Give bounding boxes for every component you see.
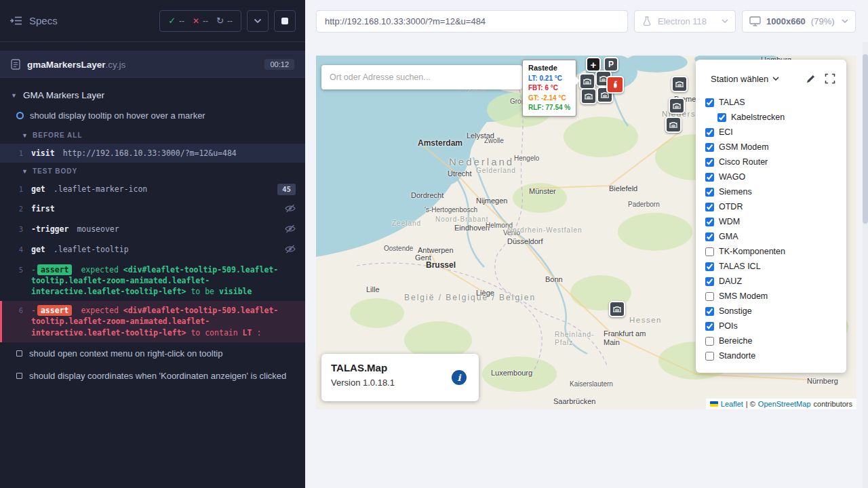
url-input[interactable] (316, 10, 628, 33)
station-checkbox[interactable] (705, 98, 714, 107)
map-label: Nederland (449, 156, 514, 167)
command-trigger[interactable]: 3 -trigger mouseover (0, 220, 305, 240)
station-filter-item[interactable]: GMA (705, 229, 846, 244)
leaflet-map[interactable]: Amsterdam Lelystad Nederland Utrecht Gel… (316, 56, 856, 409)
test-body-header[interactable]: ▼ TEST BODY (0, 163, 305, 180)
station-filter-item[interactable]: OTDR (705, 199, 846, 214)
test-title: should display tooltip on hover over a m… (30, 110, 205, 121)
station-panel-title[interactable]: Station wählen (711, 74, 768, 84)
browser-select[interactable]: Electron 118 (634, 10, 736, 33)
station-filter-item[interactable]: TALAS ICL (705, 259, 846, 274)
station-marker[interactable] (580, 88, 597, 104)
scrollbar[interactable] (863, 42, 868, 488)
command-get-tooltip[interactable]: 4 get .leaflet-tooltip (0, 240, 305, 260)
plus-marker[interactable]: + (586, 57, 601, 72)
station-filter-item[interactable]: SMS Modem (705, 289, 846, 304)
station-checkbox[interactable] (705, 158, 714, 167)
chevron-down-icon[interactable] (772, 77, 779, 81)
station-filter-item[interactable]: Bereiche (705, 333, 846, 348)
station-checkbox[interactable] (705, 352, 714, 361)
station-checkbox[interactable] (705, 218, 714, 226)
specs-menu-icon[interactable] (9, 16, 22, 26)
test-tree: ▼ GMA Markers Layer should display toolt… (0, 78, 305, 387)
tooltip-title: Rastede (528, 63, 570, 74)
map-label: Münster (529, 187, 556, 195)
station-checkbox[interactable] (705, 203, 714, 211)
browser-label: Electron 118 (658, 16, 707, 26)
edit-pencil-icon[interactable] (806, 73, 816, 84)
station-checkbox[interactable] (705, 262, 714, 271)
command-args: mouseover (77, 224, 119, 235)
map-label: Lille (366, 285, 380, 293)
map-search-input[interactable] (321, 65, 522, 89)
command-visit[interactable]: 1 visit http://192.168.10.33:3000/?m=12&… (0, 144, 305, 163)
eye-slash-icon (285, 203, 296, 216)
station-marker[interactable] (665, 117, 682, 133)
assert-failed-row[interactable]: 6 -assert expected <div#leaflet-tooltip-… (0, 301, 305, 342)
station-filter-item[interactable]: Kabelstrecken (705, 110, 846, 125)
scrollbar-thumb[interactable] (863, 54, 868, 224)
viewport-zoom: (79%) (811, 16, 835, 26)
parking-marker[interactable]: P (604, 57, 618, 72)
station-filter-item[interactable]: TK-Komponenten (705, 244, 846, 259)
station-filter-item[interactable]: WAGO (705, 169, 846, 184)
osm-link[interactable]: OpenStreetMap (758, 400, 811, 408)
station-marker[interactable] (609, 301, 625, 317)
before-all-header[interactable]: ▼ BEFORE ALL (0, 127, 305, 144)
specs-title: Specs (29, 15, 58, 26)
station-checkbox[interactable] (705, 247, 714, 256)
station-filter-item[interactable]: ECI (705, 125, 846, 140)
station-filter-list: TALAS Kabelstrecken ECI GSM Modem Cisco … (696, 88, 846, 363)
bridge-icon (672, 101, 682, 110)
assert-message: -assert expected <div#leaflet-tooltip-50… (31, 305, 296, 338)
station-checkbox[interactable] (705, 173, 714, 182)
stat-pending: ↻-- (216, 16, 233, 26)
info-icon[interactable]: i (452, 370, 467, 385)
station-checkbox[interactable] (705, 277, 714, 286)
station-filter-item[interactable]: Cisco Router (705, 155, 846, 169)
device-icon (610, 80, 620, 89)
spec-file-row[interactable]: gmaMarkersLayer.cy.js 00:12 (0, 51, 305, 78)
test-stats: ✓-- ✕-- ↻-- (159, 10, 241, 32)
station-filter-item[interactable]: Siemens (705, 184, 846, 199)
collapse-button[interactable] (247, 10, 269, 32)
station-checkbox[interactable] (705, 232, 714, 241)
leaflet-link[interactable]: Leaflet (721, 400, 743, 408)
cypress-reporter-panel: Specs ✓-- ✕-- ↻-- gmaMarkersLayer.cy.js … (0, 0, 305, 488)
suite-header[interactable]: ▼ GMA Markers Layer (0, 85, 305, 106)
command-first[interactable]: 2 first (0, 199, 305, 220)
stop-button[interactable] (274, 10, 296, 32)
station-checkbox[interactable] (705, 128, 714, 137)
map-label: 's-Hertogenbosch (425, 206, 477, 214)
station-checkbox[interactable] (705, 292, 714, 301)
pending-test-row[interactable]: should display coordinates when 'Koordin… (0, 365, 305, 387)
station-checkbox[interactable] (705, 337, 714, 346)
command-method: first (31, 203, 55, 214)
pending-test-row[interactable]: should open context menu on right-click … (0, 342, 305, 365)
hovered-station-marker[interactable] (606, 76, 624, 94)
station-filter-item[interactable]: TALAS (705, 95, 846, 110)
active-test-row[interactable]: should display tooltip on hover over a m… (0, 106, 305, 127)
station-marker[interactable] (671, 76, 688, 92)
assert-passed-row[interactable]: 5 -assert expected <div#leaflet-tooltip-… (0, 260, 305, 301)
station-marker[interactable] (579, 73, 595, 89)
station-filter-item[interactable]: GSM Modem (705, 140, 846, 155)
station-marker[interactable] (669, 98, 685, 114)
fullscreen-expand-icon[interactable] (825, 73, 835, 84)
command-get-marker[interactable]: 1 get .leaflet-marker-icon 45 (0, 180, 305, 199)
station-filter-item[interactable]: POIs (705, 319, 846, 333)
station-checkbox[interactable] (705, 307, 714, 316)
station-filter-item[interactable]: WDM (705, 214, 846, 229)
station-filter-item[interactable]: DAUZ (705, 274, 846, 289)
station-checkbox[interactable] (705, 188, 714, 197)
station-filter-item[interactable]: Sonstige (705, 304, 846, 319)
station-checkbox[interactable] (717, 113, 726, 122)
eye-slash-icon (285, 244, 296, 256)
command-args: .leaflet-marker-icon (54, 184, 147, 195)
station-filter-item[interactable]: Standorte (705, 348, 846, 363)
stat-failed: ✕-- (193, 16, 208, 26)
station-checkbox[interactable] (705, 322, 714, 331)
station-checkbox[interactable] (705, 143, 714, 152)
spec-file-icon (11, 59, 20, 70)
viewport-select[interactable]: 1000x660 (79%) (742, 10, 856, 33)
